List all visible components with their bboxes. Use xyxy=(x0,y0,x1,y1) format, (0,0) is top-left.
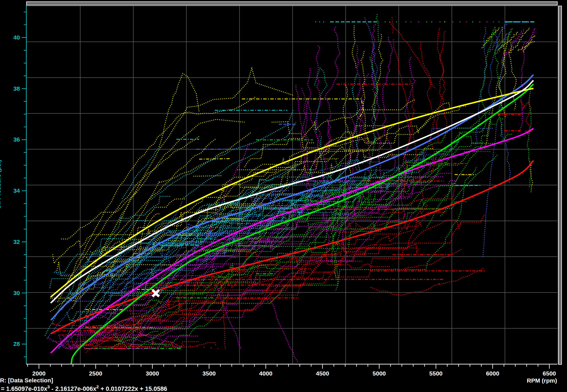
svg-text:2500: 2500 xyxy=(89,370,102,377)
svg-text:Oil Pressure (psi): Oil Pressure (psi) xyxy=(0,160,2,209)
svg-text:40: 40 xyxy=(13,34,20,41)
svg-text:6500: 6500 xyxy=(543,370,556,377)
svg-text:38: 38 xyxy=(13,85,20,92)
svg-text:3500: 3500 xyxy=(203,370,216,377)
svg-text:= 1.65097e-010x3 - 2.16127e-00: = 1.65097e-010x3 - 2.16127e-006x2 + 0.01… xyxy=(1,384,167,392)
svg-text:5500: 5500 xyxy=(429,370,443,377)
svg-text:3000: 3000 xyxy=(146,370,159,377)
svg-text:32: 32 xyxy=(13,238,20,245)
svg-text:5000: 5000 xyxy=(373,370,386,377)
svg-text:34: 34 xyxy=(13,187,20,194)
svg-text:6000: 6000 xyxy=(486,370,499,377)
svg-text:30: 30 xyxy=(13,290,20,296)
svg-text:28: 28 xyxy=(13,341,20,347)
svg-text:RPM (rpm): RPM (rpm) xyxy=(527,377,557,384)
svg-text:4500: 4500 xyxy=(316,370,329,377)
svg-text:2000: 2000 xyxy=(32,370,46,377)
svg-text:R: [Data Selection]: R: [Data Selection] xyxy=(0,377,53,383)
svg-text:4000: 4000 xyxy=(259,370,273,377)
svg-text:36: 36 xyxy=(13,136,20,143)
